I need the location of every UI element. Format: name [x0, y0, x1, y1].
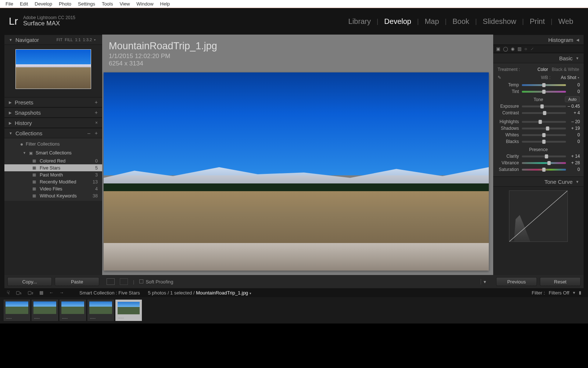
nav-fwd-icon[interactable]: → — [60, 290, 64, 295]
grid-icon[interactable]: ▦ — [39, 290, 43, 295]
tonecurve-graph[interactable] — [509, 190, 568, 242]
slider-value[interactable]: – 20 — [566, 119, 580, 124]
slider-value[interactable]: + 19 — [566, 126, 580, 131]
reset-button[interactable]: Reset — [540, 277, 581, 286]
slider-value[interactable]: + 4 — [566, 110, 580, 115]
filter-collections-input[interactable]: Filter Collections — [4, 140, 102, 149]
slider-track[interactable] — [522, 112, 566, 114]
histogram-header[interactable]: Histogram ◀ — [493, 35, 584, 45]
slider-handle[interactable] — [541, 104, 544, 108]
slider-handle[interactable] — [545, 154, 548, 158]
nav-1to1[interactable]: 1:1 — [75, 37, 80, 42]
menu-settings[interactable]: Settings — [75, 0, 98, 7]
filter-dropdown-icon[interactable]: ▾ — [573, 290, 575, 295]
menu-view[interactable]: View — [116, 0, 133, 7]
slider-value[interactable]: + 28 — [566, 160, 580, 165]
filmstrip[interactable]: ••••••••••••••••••••••••• ▾ — [0, 297, 588, 324]
radial-tool-icon[interactable]: ○ — [524, 46, 527, 51]
menu-develop[interactable]: Develop — [31, 0, 55, 7]
slider-handle[interactable] — [542, 90, 546, 94]
secondary-display-icon[interactable]: ▢₂ — [28, 290, 33, 295]
slider-highlights[interactable]: Highlights– 20 — [497, 118, 580, 125]
filter-value[interactable]: Filters Off — [549, 290, 569, 296]
clear-history-button[interactable]: × — [95, 120, 98, 125]
slider-blacks[interactable]: Blacks0 — [497, 138, 580, 145]
menu-tools[interactable]: Tools — [98, 0, 116, 7]
collection-item[interactable]: ▦Five Stars5 — [4, 164, 102, 171]
slider-value[interactable]: – 0.45 — [566, 104, 580, 109]
menu-window[interactable]: Window — [133, 0, 157, 7]
slider-handle[interactable] — [542, 140, 546, 144]
filmstrip-thumb[interactable]: ••••• — [87, 300, 114, 321]
snapshots-header[interactable]: ▶ Snapshots + — [4, 107, 102, 118]
collection-item[interactable]: ▦Recently Modified13 — [4, 178, 102, 185]
compare-view-button[interactable] — [120, 278, 128, 285]
slider-vibrance[interactable]: Vibrance+ 28 — [497, 160, 580, 166]
collection-item[interactable]: ▦Video Files4 — [4, 185, 102, 192]
remove-collection-button[interactable]: – — [85, 130, 90, 136]
smart-collections-group[interactable]: ▼ ▣ Smart Collections — [4, 149, 102, 157]
module-slideshow[interactable]: Slideshow — [477, 17, 522, 26]
treatment-bw[interactable]: Black & White — [552, 67, 579, 72]
navigator-thumbnail[interactable] — [15, 49, 91, 89]
grad-tool-icon[interactable]: ▥ — [517, 46, 521, 51]
copy-button[interactable]: Copy... — [7, 277, 52, 286]
filter-lock-icon[interactable]: ▮ — [579, 290, 581, 295]
slider-exposure[interactable]: Exposure– 0.45 — [497, 103, 580, 110]
add-snapshot-button[interactable]: + — [93, 110, 98, 115]
module-library[interactable]: Library — [343, 17, 377, 26]
navigator-header[interactable]: ▼ Navigator FIT FILL 1:1 1:3.2 ▾ — [4, 35, 102, 45]
slider-clarity[interactable]: Clarity+ 14 — [497, 153, 580, 160]
redeye-tool-icon[interactable]: ◉ — [511, 46, 514, 51]
menu-photo[interactable]: Photo — [55, 0, 75, 7]
filmstrip-thumb[interactable]: ••••• — [32, 300, 58, 321]
eyedropper-icon[interactable]: ✎ — [498, 75, 501, 80]
hand-icon[interactable]: ☟ — [7, 290, 10, 296]
auto-tone-button[interactable]: Auto — [565, 96, 580, 102]
slider-shadows[interactable]: Shadows+ 19 — [497, 125, 580, 132]
menu-file[interactable]: File — [2, 0, 17, 7]
slider-value[interactable]: 0 — [566, 132, 580, 137]
slider-track[interactable] — [522, 156, 566, 157]
slider-track[interactable] — [522, 91, 566, 93]
filmstrip-thumb[interactable]: ••••• — [60, 300, 86, 321]
filmstrip-thumb[interactable]: ••••• — [4, 300, 30, 321]
slider-value[interactable]: 0 — [566, 82, 580, 87]
slider-track[interactable] — [522, 134, 566, 136]
add-collection-button[interactable]: + — [93, 130, 98, 136]
history-header[interactable]: ▶ History × — [4, 118, 102, 128]
slider-track[interactable] — [522, 106, 566, 107]
wb-preset[interactable]: As Shot — [561, 75, 576, 80]
slider-value[interactable]: 0 — [566, 89, 580, 94]
loupe-view-button[interactable] — [107, 278, 115, 285]
nav-fit[interactable]: FIT — [57, 37, 63, 42]
toolbar-dropdown[interactable]: ▾ — [481, 279, 489, 285]
slider-handle[interactable] — [539, 120, 542, 124]
treatment-color[interactable]: Color — [534, 67, 552, 72]
chevron-down-icon[interactable]: ▾ — [578, 76, 579, 79]
menu-help[interactable]: Help — [157, 0, 173, 7]
collections-header[interactable]: ▼ Collections – + — [4, 128, 102, 138]
slider-saturation[interactable]: Saturation0 — [497, 166, 580, 173]
nav-back-icon[interactable]: ← — [49, 290, 54, 295]
collection-item[interactable]: ▦Without Keywords38 — [4, 192, 102, 199]
slider-track[interactable] — [522, 162, 566, 164]
brush-tool-icon[interactable]: ⟋ — [530, 46, 534, 51]
chevron-down-icon[interactable]: ▾ — [94, 38, 96, 42]
softproof-toggle[interactable]: Soft Proofing — [139, 279, 173, 285]
nav-zoom[interactable]: 1:3.2 — [83, 37, 92, 42]
slider-track[interactable] — [522, 141, 566, 143]
module-print[interactable]: Print — [524, 17, 551, 26]
module-map[interactable]: Map — [419, 17, 445, 26]
slider-track[interactable] — [522, 84, 566, 86]
menu-edit[interactable]: Edit — [17, 0, 31, 7]
nav-fill[interactable]: FILL — [65, 37, 73, 42]
left-edge-expand[interactable] — [0, 35, 4, 288]
slider-whites[interactable]: Whites0 — [497, 132, 580, 138]
module-book[interactable]: Book — [447, 17, 475, 26]
slider-handle[interactable] — [542, 168, 546, 172]
main-image[interactable] — [104, 72, 489, 271]
module-web[interactable]: Web — [552, 17, 579, 26]
module-develop[interactable]: Develop — [379, 17, 417, 26]
presets-header[interactable]: ▶ Presets + — [4, 97, 102, 107]
